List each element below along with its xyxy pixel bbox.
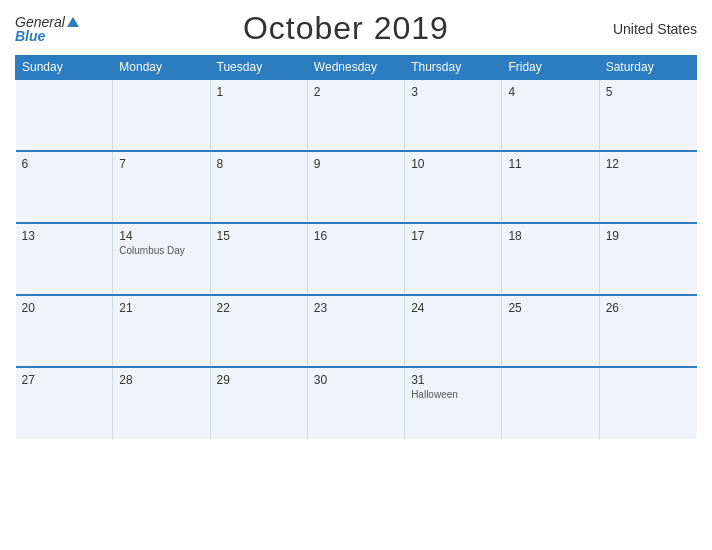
calendar-cell bbox=[502, 367, 599, 439]
weekday-header-row: SundayMondayTuesdayWednesdayThursdayFrid… bbox=[16, 56, 697, 80]
day-number: 7 bbox=[119, 157, 203, 171]
day-number: 26 bbox=[606, 301, 691, 315]
calendar-cell: 21 bbox=[113, 295, 210, 367]
calendar-cell: 17 bbox=[405, 223, 502, 295]
country-label: United States bbox=[613, 21, 697, 37]
weekday-header-saturday: Saturday bbox=[599, 56, 696, 80]
day-number: 11 bbox=[508, 157, 592, 171]
day-number: 12 bbox=[606, 157, 691, 171]
weekday-header-tuesday: Tuesday bbox=[210, 56, 307, 80]
calendar-title: October 2019 bbox=[243, 10, 449, 47]
calendar-cell: 25 bbox=[502, 295, 599, 367]
day-number: 13 bbox=[22, 229, 107, 243]
week-row-1: 12345 bbox=[16, 79, 697, 151]
logo: General Blue bbox=[15, 15, 79, 43]
logo-general-text: General bbox=[15, 15, 65, 29]
calendar-cell: 19 bbox=[599, 223, 696, 295]
day-number: 18 bbox=[508, 229, 592, 243]
calendar-cell: 16 bbox=[307, 223, 404, 295]
weekday-header-friday: Friday bbox=[502, 56, 599, 80]
day-number: 30 bbox=[314, 373, 398, 387]
calendar-cell: 1 bbox=[210, 79, 307, 151]
day-number: 21 bbox=[119, 301, 203, 315]
calendar-cell: 6 bbox=[16, 151, 113, 223]
calendar-cell: 20 bbox=[16, 295, 113, 367]
calendar-cell bbox=[599, 367, 696, 439]
calendar-table: SundayMondayTuesdayWednesdayThursdayFrid… bbox=[15, 55, 697, 439]
calendar-cell: 5 bbox=[599, 79, 696, 151]
day-event: Halloween bbox=[411, 389, 495, 400]
logo-blue-text: Blue bbox=[15, 29, 79, 43]
calendar-header: General Blue October 2019 United States bbox=[15, 10, 697, 47]
calendar-cell: 29 bbox=[210, 367, 307, 439]
week-row-2: 6789101112 bbox=[16, 151, 697, 223]
day-number: 28 bbox=[119, 373, 203, 387]
week-row-4: 20212223242526 bbox=[16, 295, 697, 367]
calendar-cell: 11 bbox=[502, 151, 599, 223]
calendar-cell: 7 bbox=[113, 151, 210, 223]
calendar-container: General Blue October 2019 United States … bbox=[0, 0, 712, 550]
day-number: 4 bbox=[508, 85, 592, 99]
calendar-cell: 15 bbox=[210, 223, 307, 295]
calendar-cell: 13 bbox=[16, 223, 113, 295]
calendar-cell: 24 bbox=[405, 295, 502, 367]
day-number: 8 bbox=[217, 157, 301, 171]
calendar-cell: 31Halloween bbox=[405, 367, 502, 439]
calendar-cell bbox=[16, 79, 113, 151]
calendar-cell bbox=[113, 79, 210, 151]
calendar-cell: 3 bbox=[405, 79, 502, 151]
calendar-cell: 10 bbox=[405, 151, 502, 223]
day-number: 2 bbox=[314, 85, 398, 99]
week-row-3: 1314Columbus Day1516171819 bbox=[16, 223, 697, 295]
calendar-cell: 12 bbox=[599, 151, 696, 223]
calendar-cell: 2 bbox=[307, 79, 404, 151]
weekday-header-sunday: Sunday bbox=[16, 56, 113, 80]
day-number: 17 bbox=[411, 229, 495, 243]
calendar-cell: 26 bbox=[599, 295, 696, 367]
day-number: 19 bbox=[606, 229, 691, 243]
week-row-5: 2728293031Halloween bbox=[16, 367, 697, 439]
day-number: 29 bbox=[217, 373, 301, 387]
day-number: 22 bbox=[217, 301, 301, 315]
day-number: 1 bbox=[217, 85, 301, 99]
day-number: 9 bbox=[314, 157, 398, 171]
day-event: Columbus Day bbox=[119, 245, 203, 256]
calendar-cell: 14Columbus Day bbox=[113, 223, 210, 295]
day-number: 16 bbox=[314, 229, 398, 243]
calendar-cell: 23 bbox=[307, 295, 404, 367]
day-number: 23 bbox=[314, 301, 398, 315]
day-number: 10 bbox=[411, 157, 495, 171]
day-number: 25 bbox=[508, 301, 592, 315]
logo-triangle-icon bbox=[67, 17, 79, 27]
calendar-cell: 8 bbox=[210, 151, 307, 223]
day-number: 3 bbox=[411, 85, 495, 99]
calendar-cell: 28 bbox=[113, 367, 210, 439]
calendar-cell: 22 bbox=[210, 295, 307, 367]
day-number: 6 bbox=[22, 157, 107, 171]
day-number: 5 bbox=[606, 85, 691, 99]
day-number: 31 bbox=[411, 373, 495, 387]
calendar-cell: 18 bbox=[502, 223, 599, 295]
calendar-cell: 27 bbox=[16, 367, 113, 439]
day-number: 15 bbox=[217, 229, 301, 243]
day-number: 20 bbox=[22, 301, 107, 315]
weekday-header-thursday: Thursday bbox=[405, 56, 502, 80]
weekday-header-wednesday: Wednesday bbox=[307, 56, 404, 80]
day-number: 27 bbox=[22, 373, 107, 387]
calendar-cell: 9 bbox=[307, 151, 404, 223]
calendar-cell: 30 bbox=[307, 367, 404, 439]
weekday-header-monday: Monday bbox=[113, 56, 210, 80]
day-number: 14 bbox=[119, 229, 203, 243]
day-number: 24 bbox=[411, 301, 495, 315]
calendar-cell: 4 bbox=[502, 79, 599, 151]
